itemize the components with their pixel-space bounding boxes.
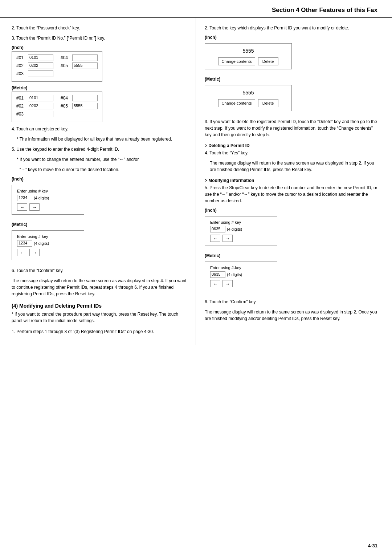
right-inch-label: (Inch): [205, 35, 380, 40]
metric-entry-prompt: Enter using #-key: [17, 234, 79, 239]
right-step2: 2. Touch the key which displays the Perm…: [205, 25, 380, 115]
inch-entry-input-row: 1234 (4 digits): [17, 195, 79, 201]
inch-f05-label: #05: [61, 63, 72, 68]
left-step4: 4. Touch an unregistered key. * The info…: [12, 126, 187, 142]
right-inch-screen-number: 5555: [210, 48, 286, 54]
right-inch-entry-label: (Inch): [205, 208, 380, 213]
inch-row-3: #03: [16, 70, 98, 77]
right-metric-entry-label: (Metric): [205, 253, 380, 258]
inch-f03-input[interactable]: [28, 70, 53, 77]
metric-f01-label: #01: [16, 96, 28, 101]
right-deleting: > Deleting a Permit ID 4. Touch the “Yes…: [205, 143, 380, 173]
left-step5-note1: * If you want to change the entered numb…: [17, 156, 187, 163]
metric-entry-wrap: (Metric) Enter using #-key 1234 (4 digit…: [12, 222, 187, 264]
right-modifying-heading: > Modifying information: [205, 178, 380, 183]
metric-f03-input[interactable]: [28, 111, 53, 117]
metric-left-arrow-btn[interactable]: ←: [17, 249, 27, 256]
inch-f02-label: #02: [16, 63, 28, 68]
right-step3-text: 3. If you want to delete the registered …: [205, 118, 380, 138]
right-step6-note: The message display will return to the s…: [205, 309, 380, 322]
left-step5-note2: “→” keys to move the cursor to the desir…: [20, 166, 187, 173]
metric-row-2: #02 0202 #05 5555: [16, 103, 98, 109]
inch-entry-wrap: (Inch) Enter using # key 1234 (4 digits)…: [12, 177, 187, 218]
metric-ui-box: #01 0101 #04 #02 0202 #05 5555: [12, 92, 102, 122]
left-step6-text: 6. Touch the “Confirm” key.: [12, 267, 187, 274]
right-metric-screen-buttons: Change contents Delete: [210, 99, 286, 107]
right-metric-entry-digits: (4 digits): [227, 272, 242, 277]
inch-f04-input[interactable]: [72, 54, 98, 61]
metric-right-arrow-btn[interactable]: →: [29, 249, 40, 256]
right-metric-delete-btn[interactable]: Delete: [258, 99, 278, 107]
left-step4-text: 4. Touch an unregistered key.: [12, 126, 187, 132]
inch-entry-box: Enter using # key 1234 (4 digits) ← →: [12, 185, 84, 215]
inch-entry-digits: (4 digits): [34, 196, 49, 200]
inch-f02-input[interactable]: 0202: [28, 62, 53, 69]
left-column: 2. Touch the “Password check” key. 3. To…: [0, 18, 196, 345]
inch-entry-input[interactable]: 1234: [17, 195, 32, 201]
right-metric-left-arrow-btn[interactable]: ←: [210, 280, 220, 287]
right-inch-delete-btn[interactable]: Delete: [258, 57, 278, 65]
inch-f01-label: #01: [16, 55, 28, 60]
right-metric-entry-input-row: 0635 (4 digits): [210, 271, 272, 278]
metric-f05-input[interactable]: 5555: [72, 103, 98, 109]
left-step3-text: 3. Touch the “Permit ID No.” [“Permit ID…: [12, 35, 187, 41]
inch-right-arrow-btn[interactable]: →: [29, 203, 40, 211]
metric-entry-digits: (4 digits): [34, 241, 49, 246]
metric-entry-input[interactable]: 1234: [17, 240, 32, 247]
inch-row-1: #01 0101 #04: [16, 54, 98, 61]
right-inch-entry-input[interactable]: 0635: [210, 226, 225, 232]
right-del-step4-note: The message display will return to the s…: [210, 160, 380, 173]
inch-f05-input[interactable]: 5555: [72, 62, 98, 69]
left-step2: 2. Touch the “Password check” key.: [12, 25, 187, 31]
right-metric-entry-prompt: Enter using #-key: [210, 266, 272, 270]
left-step2-text: 2. Touch the “Password check” key.: [12, 25, 187, 31]
metric-f04-label: #04: [61, 96, 72, 101]
right-inch-left-arrow-btn[interactable]: ←: [210, 235, 220, 242]
right-inch-entry-digits: (4 digits): [227, 227, 242, 231]
right-modifying: > Modifying information 5. Press the Sto…: [205, 178, 380, 295]
metric-f05-label: #05: [61, 104, 72, 109]
left-step3: 3. Touch the “Permit ID No.” [“Permit ID…: [12, 35, 187, 122]
right-inch-screen-box: 5555 Change contents Delete: [205, 43, 292, 69]
metric-entry-box: Enter using #-key 1234 (4 digits) ← →: [12, 230, 84, 260]
metric-f01-input[interactable]: 0101: [28, 95, 53, 101]
right-metric-right-arrow-btn[interactable]: →: [222, 280, 233, 287]
inch-f04-label: #04: [61, 55, 72, 60]
inch-row-2: #02 0202 #05 5555: [16, 62, 98, 69]
metric-f04-input[interactable]: [72, 95, 98, 101]
right-metric-entry-input[interactable]: 0635: [210, 271, 225, 278]
inch-arrow-row: ← →: [17, 203, 79, 211]
right-inch-entry-input-row: 0635 (4 digits): [210, 226, 272, 232]
right-inch-screen-buttons: Change contents Delete: [210, 57, 286, 65]
page: Section 4 Other Features of this Fax 2. …: [0, 0, 392, 555]
right-inch-right-arrow-btn[interactable]: →: [222, 235, 233, 242]
right-step3: 3. If you want to delete the registered …: [205, 118, 380, 138]
right-step6-text: 6. Touch the “Confirm” key.: [205, 299, 380, 305]
inch-f01-input[interactable]: 0101: [28, 54, 53, 61]
inch-left-arrow-btn[interactable]: ←: [17, 203, 27, 211]
right-metric-change-btn[interactable]: Change contents: [218, 99, 255, 107]
metric-f03-label: #03: [16, 112, 28, 117]
right-inch-entry-prompt: Enter using # key: [210, 220, 272, 224]
left-step5: 5. Use the keypad to enter the desired 4…: [12, 146, 187, 264]
left-step4-note: * The information will be displayed for …: [17, 136, 187, 142]
metric-row-1: #01 0101 #04: [16, 95, 98, 101]
page-number: 4-31: [368, 543, 377, 548]
right-inch-screen-wrap: (Inch) 5555 Change contents Delete: [205, 35, 380, 73]
right-metric-entry-box: Enter using #-key 0635 (4 digits) ← →: [205, 262, 277, 291]
metric-arrow-row: ← →: [17, 249, 79, 256]
left-step5-text: 5. Use the keypad to enter the desired 4…: [12, 146, 187, 153]
right-mod-step5: 5. Press the Stop/Clear key to delete th…: [205, 185, 380, 204]
metric-entry-label: (Metric): [12, 222, 187, 227]
right-step2-text: 2. Touch the key which displays the Perm…: [205, 25, 380, 31]
right-inch-change-btn[interactable]: Change contents: [218, 57, 255, 65]
left-step6-note: The message display will return to the s…: [12, 278, 187, 297]
right-inch-entry-wrap: (Inch) Enter using # key 0635 (4 digits)…: [205, 208, 380, 250]
right-metric-screen-number: 5555: [210, 90, 286, 96]
metric-label: (Metric): [12, 85, 187, 90]
right-inch-entry-box: Enter using # key 0635 (4 digits) ← →: [205, 216, 277, 246]
metric-f02-input[interactable]: 0202: [28, 103, 53, 109]
right-metric-screen-wrap: (Metric) 5555 Change contents Delete: [205, 77, 380, 115]
page-header: Section 4 Other Features of this Fax: [0, 0, 392, 18]
inch-ui-box: #01 0101 #04 #02 0202 #05 5555: [12, 51, 102, 82]
